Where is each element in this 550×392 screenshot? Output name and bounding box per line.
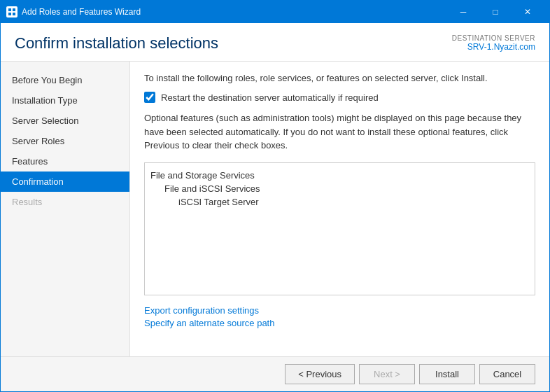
sidebar-item-results: Results bbox=[1, 192, 129, 212]
title-bar: Add Roles and Features Wizard ─ □ ✕ bbox=[1, 1, 549, 23]
sidebar-item-installation-type[interactable]: Installation Type bbox=[1, 90, 129, 111]
footer: < Previous Next > Install Cancel bbox=[1, 356, 549, 391]
svg-rect-1 bbox=[13, 8, 15, 11]
minimize-button[interactable]: ─ bbox=[447, 1, 479, 23]
features-box: File and Storage Services File and iSCSI… bbox=[144, 162, 535, 295]
main-content: To install the following roles, role ser… bbox=[130, 62, 549, 356]
wizard-window: Add Roles and Features Wizard ─ □ ✕ Conf… bbox=[0, 0, 550, 392]
install-button[interactable]: Install bbox=[419, 364, 475, 384]
svg-rect-2 bbox=[8, 13, 11, 15]
feature-file-iscsi: File and iSCSI Services bbox=[150, 182, 529, 195]
body-area: Before You Begin Installation Type Serve… bbox=[1, 62, 549, 356]
cancel-button[interactable]: Cancel bbox=[479, 364, 535, 384]
export-config-link[interactable]: Export configuration settings bbox=[144, 305, 535, 316]
page-header: Confirm installation selections DESTINAT… bbox=[1, 23, 549, 62]
app-icon bbox=[6, 6, 17, 18]
feature-file-storage: File and Storage Services bbox=[150, 169, 529, 182]
maximize-button[interactable]: □ bbox=[479, 1, 512, 23]
feature-iscsi-target: iSCSI Target Server bbox=[150, 195, 529, 209]
svg-rect-0 bbox=[8, 8, 11, 11]
restart-checkbox-label[interactable]: Restart the destination server automatic… bbox=[161, 92, 379, 103]
main-wrapper: Confirm installation selections DESTINAT… bbox=[1, 23, 549, 391]
sidebar-item-confirmation[interactable]: Confirmation bbox=[1, 172, 129, 192]
sidebar-item-before-you-begin[interactable]: Before You Begin bbox=[1, 70, 129, 90]
sidebar-item-server-roles[interactable]: Server Roles bbox=[1, 131, 129, 151]
page-title: Confirm installation selections bbox=[15, 34, 218, 52]
sidebar-item-features[interactable]: Features bbox=[1, 151, 129, 172]
links-section: Export configuration settings Specify an… bbox=[144, 305, 535, 328]
alternate-source-link[interactable]: Specify an alternate source path bbox=[144, 318, 535, 328]
close-button[interactable]: ✕ bbox=[512, 1, 544, 23]
instruction-text: To install the following roles, role ser… bbox=[144, 73, 535, 83]
sidebar-item-server-selection[interactable]: Server Selection bbox=[1, 111, 129, 131]
destination-label: DESTINATION SERVER bbox=[452, 34, 535, 42]
optional-note: Optional features (such as administratio… bbox=[144, 111, 535, 153]
window-title: Add Roles and Features Wizard bbox=[22, 7, 447, 17]
previous-button[interactable]: < Previous bbox=[285, 364, 355, 384]
sidebar: Before You Begin Installation Type Serve… bbox=[1, 62, 130, 356]
server-name: SRV-1.Nyazit.com bbox=[452, 42, 535, 52]
restart-checkbox-row: Restart the destination server automatic… bbox=[144, 92, 535, 103]
next-button[interactable]: Next > bbox=[359, 364, 415, 384]
destination-server-info: DESTINATION SERVER SRV-1.Nyazit.com bbox=[452, 34, 535, 52]
window-controls: ─ □ ✕ bbox=[447, 1, 544, 23]
restart-checkbox[interactable] bbox=[144, 92, 155, 103]
svg-rect-3 bbox=[13, 13, 15, 15]
